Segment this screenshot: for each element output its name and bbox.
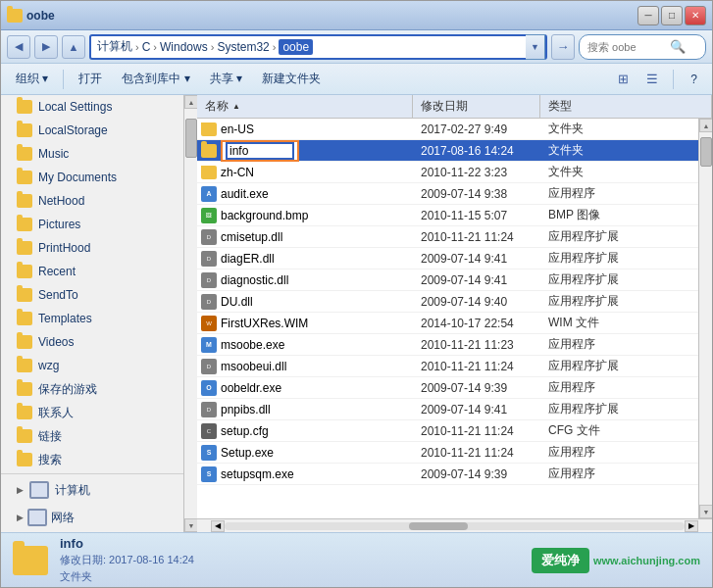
table-row[interactable]: A audit.exe 2009-07-14 9:38 应用程序 [197, 183, 698, 205]
organize-button[interactable]: 组织 ▾ [7, 67, 57, 92]
sidebar-item-music[interactable]: Music [1, 142, 183, 166]
close-button[interactable]: ✕ [685, 6, 706, 25]
folder-icon [17, 147, 32, 161]
sidebar-item-nethood[interactable]: NetHood [1, 189, 183, 213]
file-name-text: msoobe.exe [221, 338, 284, 352]
table-row[interactable]: 🖼 background.bmp 2010-11-15 5:07 BMP 图像 [197, 205, 698, 226]
file-name-cell: O oobeldr.exe [197, 380, 413, 396]
scrollbar-down-button[interactable]: ▼ [184, 518, 197, 532]
sidebar-item-my-documents[interactable]: My Documents [1, 166, 183, 189]
h-scroll-right-button[interactable]: ▶ [685, 520, 698, 532]
toolbar-separator-2 [673, 70, 674, 89]
table-row[interactable]: O oobeldr.exe 2009-07-14 9:39 应用程序 [197, 377, 698, 399]
sidebar-item-links[interactable]: 链接 [1, 424, 183, 448]
col-header-date[interactable]: 修改日期 [413, 95, 540, 118]
file-name-cell: M msoobe.exe [197, 337, 413, 353]
include-library-button[interactable]: 包含到库中 ▾ [113, 67, 198, 92]
dll-icon: D [201, 251, 217, 267]
up-button[interactable]: ▲ [62, 35, 85, 59]
search-input[interactable] [587, 41, 666, 53]
file-type: 应用程序 [540, 185, 698, 202]
folder-icon [17, 288, 32, 302]
table-row[interactable]: D pnpibs.dll 2009-07-14 9:41 应用程序扩展 [197, 399, 698, 420]
sidebar-item-contacts[interactable]: 联系人 [1, 401, 183, 424]
forward-button[interactable]: ▶ [34, 35, 58, 59]
table-row-selected[interactable]: 2017-08-16 14:24 文件夹 [197, 140, 698, 162]
file-type: 文件夹 [540, 164, 698, 180]
sidebar-item-local-settings[interactable]: Local Settings [1, 95, 183, 119]
file-date: 2009-07-14 9:40 [413, 295, 540, 309]
file-scrollbar-up-button[interactable]: ▲ [699, 119, 712, 132]
h-scrollbar-thumb[interactable] [409, 522, 468, 530]
file-name-cell: D pnpibs.dll [197, 402, 413, 417]
table-row[interactable]: C setup.cfg 2010-11-21 11:24 CFG 文件 [197, 420, 698, 442]
sidebar-item-printhood[interactable]: PrintHood [1, 236, 183, 260]
table-row[interactable]: en-US 2017-02-27 9:49 文件夹 [197, 119, 698, 140]
table-row[interactable]: S setupsqm.exe 2009-07-14 9:39 应用程序 [197, 464, 698, 485]
file-date: 2014-10-17 22:54 [413, 317, 540, 330]
file-scrollbar-thumb[interactable] [700, 137, 712, 167]
sidebar-item-network[interactable]: ▶ 网络 [1, 504, 183, 531]
open-button[interactable]: 打开 [70, 67, 111, 92]
view-button[interactable]: ⊞ [610, 69, 636, 90]
col-header-name[interactable]: 名称 ▲ [197, 95, 413, 118]
search-icon[interactable]: 🔍 [670, 39, 686, 54]
sidebar-item-saved-games[interactable]: 保存的游戏 [1, 377, 183, 401]
go-button[interactable]: → [551, 34, 575, 60]
address-part-windows: Windows [160, 40, 208, 54]
file-name-text: audit.exe [221, 187, 269, 201]
exe-icon: A [201, 186, 217, 202]
table-row[interactable]: D DU.dll 2009-07-14 9:40 应用程序扩展 [197, 291, 698, 313]
rename-input-container [221, 140, 299, 162]
network-label: 网络 [51, 510, 75, 526]
rename-input[interactable] [226, 142, 294, 160]
minimize-button[interactable]: ─ [637, 6, 659, 25]
share-button[interactable]: 共享 ▾ [201, 67, 251, 92]
file-date: 2010-11-21 11:24 [413, 230, 540, 244]
table-row[interactable]: D diagER.dll 2009-07-14 9:41 应用程序扩展 [197, 248, 698, 270]
sidebar-item-recent[interactable]: Recent [1, 260, 183, 283]
toolbar-separator-1 [63, 70, 64, 89]
sidebar-item-wzg[interactable]: wzg [1, 354, 183, 377]
scrollbar-thumb[interactable] [185, 119, 197, 158]
maximize-button[interactable]: □ [661, 6, 683, 25]
file-type: BMP 图像 [540, 207, 698, 223]
folder-icon [201, 166, 217, 179]
view-details-button[interactable]: ☰ [639, 69, 665, 90]
sidebar-scrollbar[interactable]: ▲ ▼ [183, 95, 197, 532]
sidebar-item-templates[interactable]: Templates [1, 307, 183, 330]
table-row[interactable]: D msoobeui.dll 2010-11-21 11:24 应用程序扩展 [197, 356, 698, 377]
file-date: 2010-11-21 11:24 [413, 424, 540, 438]
file-list-header: 名称 ▲ 修改日期 类型 [197, 95, 712, 119]
file-date: 2009-07-14 9:38 [413, 187, 540, 201]
sidebar-item-localstorage[interactable]: LocalStorage [1, 119, 183, 142]
title-bar-left: oobe [7, 9, 55, 23]
h-scroll-left-button[interactable]: ◀ [211, 520, 225, 532]
col-header-type[interactable]: 类型 [540, 95, 712, 118]
table-row[interactable]: D diagnostic.dll 2009-07-14 9:41 应用程序扩展 [197, 270, 698, 291]
file-list-scrollbar[interactable]: ▲ ▼ [698, 119, 712, 518]
file-type: 应用程序 [540, 444, 698, 461]
sidebar-item-videos[interactable]: Videos [1, 330, 183, 354]
sidebar-item-sendto[interactable]: SendTo [1, 283, 183, 307]
sidebar-item-pictures[interactable]: Pictures [1, 213, 183, 236]
table-row[interactable]: S Setup.exe 2010-11-21 11:24 应用程序 [197, 442, 698, 464]
file-scrollbar-down-button[interactable]: ▼ [699, 505, 712, 518]
scrollbar-up-button[interactable]: ▲ [184, 95, 197, 109]
expand-arrow-icon: ▶ [17, 485, 24, 495]
file-type: 文件夹 [540, 121, 698, 137]
address-dropdown-button[interactable]: ▼ [526, 34, 545, 60]
new-folder-button[interactable]: 新建文件夹 [253, 67, 330, 92]
sidebar-item-computer[interactable]: ▶ 计算机 [1, 476, 183, 504]
folder-icon [17, 241, 32, 255]
sidebar-item-search[interactable]: 搜索 [1, 448, 183, 471]
h-scrollbar[interactable]: ◀ ▶ [197, 518, 712, 532]
table-row[interactable]: zh-CN 2010-11-22 3:23 文件夹 [197, 162, 698, 183]
table-row[interactable]: D cmisetup.dll 2010-11-21 11:24 应用程序扩展 [197, 226, 698, 248]
back-button[interactable]: ◀ [7, 35, 30, 59]
table-row[interactable]: M msoobe.exe 2010-11-21 11:23 应用程序 [197, 334, 698, 356]
help-button[interactable]: ? [682, 67, 706, 92]
file-date: 2017-02-27 9:49 [413, 122, 540, 136]
main-area: Local Settings LocalStorage Music My Doc… [1, 95, 712, 532]
table-row[interactable]: W FirstUXRes.WIM 2014-10-17 22:54 WIM 文件 [197, 313, 698, 334]
